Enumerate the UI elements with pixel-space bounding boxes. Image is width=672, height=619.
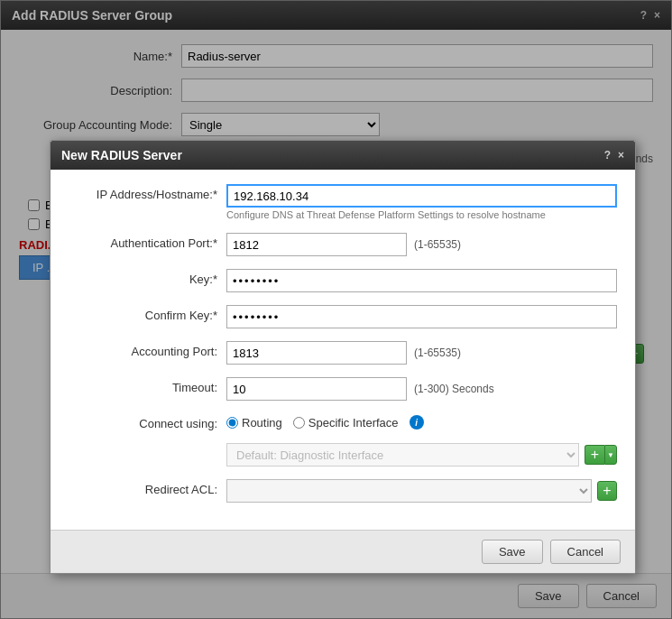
fg-close-icon[interactable]: × bbox=[618, 149, 624, 162]
auth-port-range: (1-65535) bbox=[414, 238, 461, 251]
interface-add-button[interactable]: + bbox=[585, 445, 604, 465]
redirect-acl-content: + bbox=[226, 479, 617, 503]
ip-label: IP Address/Hostname:* bbox=[69, 184, 226, 201]
ip-hint: Configure DNS at Threat Defense Platform… bbox=[226, 209, 617, 220]
routing-option[interactable]: Routing bbox=[226, 416, 282, 430]
specific-interface-label: Specific Interface bbox=[308, 416, 399, 430]
timeout-label: Timeout: bbox=[69, 377, 226, 394]
redirect-acl-label: Redirect ACL: bbox=[69, 479, 226, 496]
redirect-acl-select[interactable] bbox=[226, 479, 592, 503]
timeout-input-group: (1-300) Seconds bbox=[226, 377, 617, 401]
specific-interface-option[interactable]: Specific Interface bbox=[293, 416, 399, 430]
acct-port-label: Accounting Port: bbox=[69, 341, 226, 358]
confirm-key-content bbox=[226, 305, 617, 328]
info-icon[interactable]: i bbox=[410, 415, 424, 430]
auth-port-label: Authentication Port:* bbox=[69, 233, 226, 250]
redirect-acl-add-button[interactable]: + bbox=[597, 481, 617, 501]
fg-dialog-title: New RADIUS Server bbox=[61, 148, 182, 162]
auth-port-content: (1-65535) bbox=[226, 233, 617, 256]
interface-select[interactable]: Default: Diagnostic Interface bbox=[226, 443, 579, 467]
fg-dialog-titlebar: New RADIUS Server ? × bbox=[51, 141, 635, 170]
timeout-content: (1-300) Seconds bbox=[226, 377, 617, 401]
redirect-acl-select-group: + bbox=[226, 479, 617, 503]
fg-dialog-footer: Save Cancel bbox=[51, 530, 635, 573]
fg-help-icon[interactable]: ? bbox=[604, 149, 611, 162]
key-label: Key:* bbox=[69, 269, 226, 286]
ip-row: IP Address/Hostname:* Configure DNS at T… bbox=[69, 184, 617, 220]
fg-dialog: New RADIUS Server ? × IP Address/Hostnam… bbox=[50, 140, 636, 574]
specific-interface-radio[interactable] bbox=[293, 417, 305, 429]
confirm-key-row: Confirm Key:* bbox=[69, 305, 617, 328]
connect-row: Connect using: Routing Specific Interfac… bbox=[69, 413, 617, 430]
fg-save-button[interactable]: Save bbox=[482, 540, 543, 564]
timeout-input[interactable] bbox=[226, 377, 407, 401]
interface-label-spacer bbox=[69, 443, 226, 447]
timeout-range: (1-300) Seconds bbox=[414, 383, 494, 395]
connect-label: Connect using: bbox=[69, 413, 226, 430]
redirect-acl-row: Redirect ACL: + bbox=[69, 479, 617, 503]
interface-add-split-button[interactable]: + ▼ bbox=[585, 445, 617, 465]
interface-add-dropdown-arrow[interactable]: ▼ bbox=[604, 445, 617, 465]
routing-radio[interactable] bbox=[226, 417, 238, 429]
confirm-key-input[interactable] bbox=[226, 305, 617, 328]
acct-port-row: Accounting Port: (1-65535) bbox=[69, 341, 617, 365]
key-row: Key:* bbox=[69, 269, 617, 292]
connect-content: Routing Specific Interface i bbox=[226, 413, 617, 430]
acct-port-range: (1-65535) bbox=[414, 346, 461, 359]
interface-select-group: Default: Diagnostic Interface + ▼ bbox=[226, 443, 617, 467]
fg-dialog-body: IP Address/Hostname:* Configure DNS at T… bbox=[51, 170, 635, 530]
auth-port-input[interactable] bbox=[226, 233, 407, 256]
acct-port-content: (1-65535) bbox=[226, 341, 617, 365]
ip-content: Configure DNS at Threat Defense Platform… bbox=[226, 184, 617, 220]
fg-cancel-button[interactable]: Cancel bbox=[550, 540, 621, 564]
auth-port-input-group: (1-65535) bbox=[226, 233, 617, 256]
key-input[interactable] bbox=[226, 269, 617, 292]
ip-input[interactable] bbox=[226, 184, 617, 208]
interface-row: Default: Diagnostic Interface + ▼ bbox=[69, 443, 617, 467]
interface-content: Default: Diagnostic Interface + ▼ bbox=[226, 443, 617, 467]
timeout-row: Timeout: (1-300) Seconds bbox=[69, 377, 617, 401]
routing-label: Routing bbox=[242, 416, 282, 430]
key-content bbox=[226, 269, 617, 292]
connect-radio-group: Routing Specific Interface i bbox=[226, 413, 617, 430]
auth-port-row: Authentication Port:* (1-65535) bbox=[69, 233, 617, 256]
confirm-key-label: Confirm Key:* bbox=[69, 305, 226, 322]
acct-port-input-group: (1-65535) bbox=[226, 341, 617, 365]
fg-dialog-titlebar-actions: ? × bbox=[604, 149, 624, 162]
acct-port-input[interactable] bbox=[226, 341, 407, 365]
